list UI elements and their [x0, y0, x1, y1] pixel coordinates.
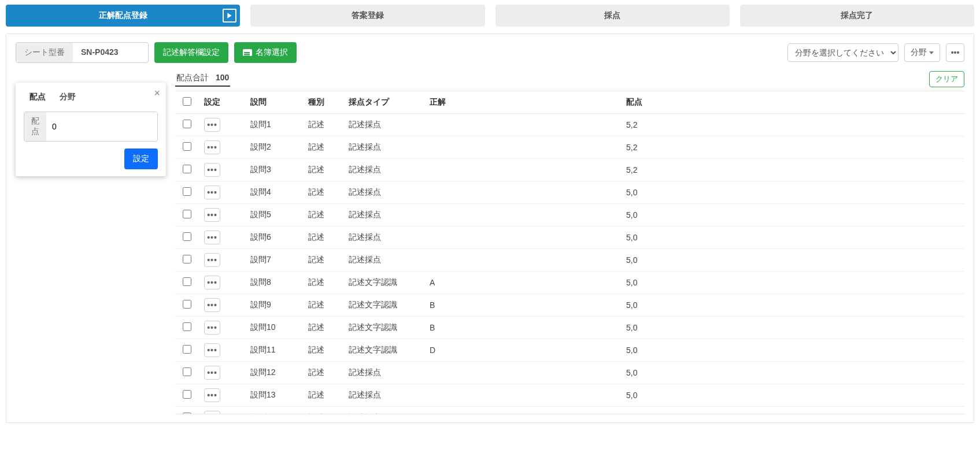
step-answer-registration[interactable]: 正解配点登録 [6, 5, 240, 27]
cell-score: 5,0 [620, 317, 964, 339]
cell-type: 記述文字認識 [343, 339, 424, 362]
header-kind: 種別 [302, 91, 343, 114]
row-checkbox[interactable] [183, 300, 191, 309]
row-settings-button[interactable]: ••• [204, 163, 220, 177]
cell-type: 記述採点 [343, 407, 424, 415]
step-advance-button[interactable] [223, 9, 236, 23]
cell-kind: 記述 [302, 294, 343, 317]
header-setting: 設定 [198, 91, 245, 114]
select-all-checkbox[interactable] [183, 97, 191, 106]
cell-answer [424, 136, 620, 159]
row-checkbox[interactable] [183, 277, 191, 286]
row-settings-button[interactable]: ••• [204, 208, 220, 222]
cell-question: 設問8 [245, 272, 302, 294]
cell-type: 記述採点 [343, 181, 424, 204]
tab-score[interactable]: 配点 [24, 90, 51, 106]
row-settings-button[interactable]: ••• [204, 231, 220, 244]
tab-field[interactable]: 分野 [54, 90, 82, 106]
row-checkbox[interactable] [183, 367, 191, 376]
row-settings-button[interactable]: ••• [204, 366, 220, 380]
cell-kind: 記述 [302, 249, 343, 272]
header-score: 配点 [620, 91, 964, 114]
cell-answer: A [424, 272, 620, 294]
questions-table: 設定 設問 種別 採点タイプ 正解 配点 •••設問1記述記述採点5,2•••設… [175, 91, 964, 414]
cell-question: 設問9 [245, 294, 302, 317]
row-settings-button[interactable]: ••• [204, 343, 220, 357]
cell-score: 5,0 [620, 339, 964, 362]
step-grading-complete[interactable]: 採点完了 [740, 5, 974, 27]
dropdown-label: 分野 [911, 47, 927, 58]
step-label: 採点完了 [841, 10, 873, 20]
score-total-label: 配点合計 [176, 73, 209, 82]
descriptive-column-setting-button[interactable]: 記述解答欄設定 [154, 42, 228, 63]
step-grading[interactable]: 採点 [495, 5, 730, 27]
row-checkbox[interactable] [183, 165, 191, 173]
cell-answer [424, 249, 620, 272]
row-checkbox[interactable] [183, 120, 191, 128]
apply-setting-button[interactable]: 設定 [124, 148, 158, 169]
cell-type: 記述文字認識 [343, 272, 424, 294]
row-checkbox[interactable] [183, 322, 191, 331]
ellipsis-icon: ••• [207, 300, 217, 310]
row-checkbox[interactable] [183, 187, 191, 196]
table-row: •••設問4記述記述採点5,0 [175, 181, 964, 204]
row-settings-button[interactable]: ••• [204, 298, 220, 312]
cell-kind: 記述 [302, 384, 343, 407]
table-row: •••設問9記述記述文字認識B5,0 [175, 294, 964, 317]
row-settings-button[interactable]: ••• [204, 140, 220, 154]
sheet-model-group: シート型番 SN-P0423 [16, 42, 149, 63]
row-checkbox[interactable] [183, 255, 191, 263]
row-settings-button[interactable]: ••• [204, 276, 220, 289]
table-row: •••設問2記述記述採点5,2 [175, 136, 964, 159]
card-tabs: 配点 分野 [24, 90, 158, 106]
main-area: 配点合計 100 クリア 設定 [175, 71, 964, 414]
field-select[interactable]: 分野を選択してください [787, 43, 898, 62]
score-input[interactable] [46, 112, 158, 141]
ellipsis-icon: ••• [207, 346, 217, 355]
row-settings-button[interactable]: ••• [204, 185, 220, 199]
cell-type: 記述文字認識 [343, 294, 424, 317]
cell-kind: 記述 [302, 272, 343, 294]
row-settings-button[interactable]: ••• [204, 321, 220, 335]
row-settings-button[interactable]: ••• [204, 118, 220, 132]
ellipsis-icon: ••• [207, 368, 217, 377]
row-checkbox[interactable] [183, 142, 191, 151]
row-settings-button[interactable]: ••• [204, 388, 220, 402]
row-settings-button[interactable]: ••• [204, 253, 220, 267]
cell-answer [424, 181, 620, 204]
cell-answer [424, 204, 620, 226]
ellipsis-icon: ••• [207, 120, 217, 129]
row-checkbox[interactable] [183, 413, 191, 414]
main-panel: シート型番 SN-P0423 記述解答欄設定 名簿選択 分野を選択してください … [6, 34, 974, 423]
ellipsis-icon: ••• [207, 323, 217, 332]
cell-score: 5,0 [620, 181, 964, 204]
cell-answer: B [424, 317, 620, 339]
close-button[interactable]: × [154, 87, 160, 99]
more-actions-button[interactable]: ••• [946, 43, 964, 62]
row-checkbox[interactable] [183, 390, 191, 399]
step-label: 答案登録 [352, 10, 384, 20]
cell-question: 設問12 [245, 362, 302, 384]
ellipsis-icon: ••• [207, 143, 217, 152]
step-answer-sheet[interactable]: 答案登録 [250, 5, 485, 27]
cell-question: 設問14 [245, 407, 302, 415]
row-checkbox[interactable] [183, 210, 191, 218]
ellipsis-icon: ••• [207, 188, 217, 197]
cell-kind: 記述 [302, 226, 343, 249]
row-settings-button[interactable]: ••• [204, 411, 220, 414]
cell-type: 記述採点 [343, 362, 424, 384]
ellipsis-icon: ••• [207, 255, 217, 265]
table-row: •••設問5記述記述採点5,0 [175, 204, 964, 226]
row-checkbox[interactable] [183, 345, 191, 354]
questions-table-wrap[interactable]: 設定 設問 種別 採点タイプ 正解 配点 •••設問1記述記述採点5,2•••設… [175, 91, 964, 414]
cell-question: 設問4 [245, 181, 302, 204]
cell-kind: 記述 [302, 362, 343, 384]
field-dropdown[interactable]: 分野 [904, 43, 940, 62]
clear-button[interactable]: クリア [929, 71, 964, 87]
cell-score: 5,0 [620, 204, 964, 226]
list-select-button[interactable]: 名簿選択 [234, 42, 297, 63]
row-checkbox[interactable] [183, 232, 191, 241]
cell-answer: B [424, 294, 620, 317]
header-answer: 正解 [424, 91, 620, 114]
step-label: 採点 [604, 10, 620, 20]
